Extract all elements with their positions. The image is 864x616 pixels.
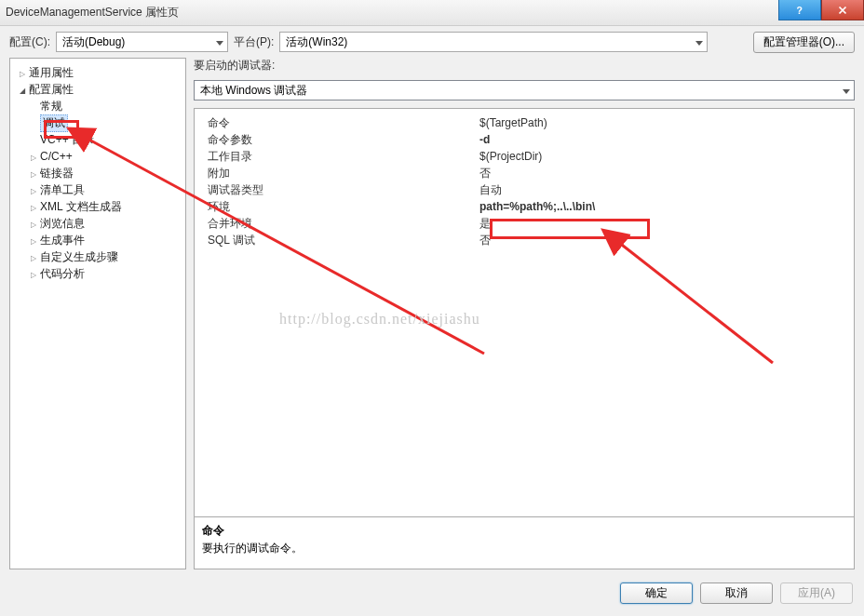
config-combo[interactable]: 活动(Debug)	[56, 32, 228, 52]
grid-value[interactable]: 否	[479, 233, 848, 248]
chevron-down-icon	[843, 84, 850, 97]
tree-item-label: 常规	[40, 99, 62, 114]
tree-item[interactable]: 代码分析	[12, 265, 183, 282]
tree-item-label: XML 文档生成器	[40, 199, 122, 215]
grid-row[interactable]: 命令$(TargetPath)	[200, 114, 848, 131]
apply-button: 应用(A)	[780, 583, 853, 604]
ok-button[interactable]: 确定	[620, 583, 693, 604]
tree-item[interactable]: 自定义生成步骤	[12, 248, 183, 265]
config-label: 配置(C):	[9, 34, 50, 50]
grid-value[interactable]: $(ProjectDir)	[479, 150, 848, 163]
tree-item[interactable]: 清单工具	[12, 181, 183, 198]
expand-right-icon[interactable]	[29, 183, 38, 196]
expand-right-icon[interactable]	[29, 200, 38, 213]
tree-item[interactable]: 链接器	[12, 165, 183, 181]
property-grid[interactable]: 命令$(TargetPath)命令参数-d工作目录$(ProjectDir)附加…	[194, 108, 855, 517]
tree-item[interactable]: 浏览信息	[12, 215, 183, 232]
grid-key: SQL 调试	[200, 233, 479, 248]
tree-item-label: 链接器	[40, 166, 74, 181]
tree-item-label: 浏览信息	[40, 216, 85, 232]
main-area: 通用属性配置属性常规调试VC++ 目录C/C++链接器清单工具XML 文档生成器…	[0, 58, 864, 575]
grid-value[interactable]: path=%path%;..\..\bin\	[479, 200, 848, 213]
tree-item[interactable]: C/C++	[12, 148, 183, 165]
description-title: 命令	[202, 523, 846, 539]
tree-item-label: C/C++	[40, 150, 73, 163]
expand-down-icon[interactable]	[18, 83, 27, 96]
tree-item[interactable]: 生成事件	[12, 232, 183, 248]
tree-item[interactable]: XML 文档生成器	[12, 198, 183, 215]
grid-value[interactable]: 自动	[479, 182, 848, 198]
grid-key: 环境	[200, 199, 479, 215]
grid-key: 调试器类型	[200, 182, 479, 198]
grid-row[interactable]: 命令参数-d	[200, 131, 848, 148]
debugger-section-label: 要启动的调试器:	[194, 58, 855, 76]
grid-key: 命令参数	[200, 132, 479, 148]
tree-item-label: 清单工具	[40, 182, 85, 198]
window-title: DeviceManagementService 属性页	[6, 5, 179, 20]
config-combo-value: 活动(Debug)	[62, 34, 125, 50]
grid-value[interactable]: 否	[479, 166, 848, 181]
grid-value[interactable]: 是	[479, 216, 848, 232]
svg-text:?: ?	[797, 4, 803, 15]
window-buttons: ?	[778, 0, 864, 20]
grid-key: 工作目录	[200, 149, 479, 165]
tree-item-label: VC++ 目录	[40, 132, 94, 148]
grid-key: 附加	[200, 166, 479, 181]
grid-value[interactable]: -d	[479, 133, 848, 146]
tree-item-label: 自定义生成步骤	[40, 249, 118, 265]
chevron-down-icon	[216, 35, 223, 48]
titlebar: DeviceManagementService 属性页 ?	[0, 0, 864, 26]
grid-key: 命令	[200, 115, 479, 131]
expand-right-icon[interactable]	[29, 167, 38, 180]
chevron-down-icon	[695, 35, 703, 48]
dialog-button-bar: 确定 取消 应用(A)	[0, 575, 864, 610]
tree-item-label: 调试	[40, 114, 68, 132]
platform-label: 平台(P):	[234, 34, 274, 50]
tree-item[interactable]: 通用属性	[12, 64, 183, 81]
debugger-combo-value: 本地 Windows 调试器	[200, 83, 307, 99]
debugger-combo[interactable]: 本地 Windows 调试器	[194, 80, 855, 100]
description-box: 命令 要执行的调试命令。	[194, 517, 855, 569]
cancel-button[interactable]: 取消	[700, 583, 773, 604]
tree-item[interactable]: 常规	[12, 98, 183, 114]
help-button[interactable]: ?	[778, 0, 821, 20]
grid-row[interactable]: 调试器类型自动	[200, 181, 848, 198]
expand-right-icon[interactable]	[29, 250, 38, 263]
tree-item[interactable]: VC++ 目录	[12, 131, 183, 148]
grid-row[interactable]: 环境path=%path%;..\..\bin\	[200, 198, 848, 215]
tree-panel[interactable]: 通用属性配置属性常规调试VC++ 目录C/C++链接器清单工具XML 文档生成器…	[9, 58, 186, 569]
tree-item[interactable]: 配置属性	[12, 81, 183, 98]
config-toolbar: 配置(C): 活动(Debug) 平台(P): 活动(Win32) 配置管理器(…	[0, 26, 864, 58]
platform-combo-value: 活动(Win32)	[286, 34, 347, 50]
grid-row[interactable]: 工作目录$(ProjectDir)	[200, 148, 848, 165]
grid-row[interactable]: 合并环境是	[200, 215, 848, 232]
tree-item-label: 配置属性	[29, 82, 74, 98]
tree-item[interactable]: 调试	[12, 114, 183, 131]
config-manager-button[interactable]: 配置管理器(O)...	[753, 32, 855, 53]
grid-row[interactable]: SQL 调试否	[200, 232, 848, 248]
platform-combo[interactable]: 活动(Win32)	[279, 32, 708, 52]
grid-key: 合并环境	[200, 216, 479, 232]
description-text: 要执行的调试命令。	[202, 541, 846, 556]
grid-row[interactable]: 附加否	[200, 165, 848, 181]
right-panel: 要启动的调试器: 本地 Windows 调试器 命令$(TargetPath)命…	[194, 58, 855, 569]
expand-right-icon[interactable]	[18, 66, 27, 79]
expand-right-icon[interactable]	[29, 234, 38, 247]
close-button[interactable]	[821, 0, 864, 20]
grid-value[interactable]: $(TargetPath)	[479, 116, 848, 129]
tree-item-label: 代码分析	[40, 266, 85, 282]
tree-item-label: 通用属性	[29, 65, 74, 81]
expand-right-icon[interactable]	[29, 150, 38, 163]
expand-right-icon[interactable]	[29, 267, 38, 280]
expand-right-icon[interactable]	[29, 217, 38, 230]
tree-item-label: 生成事件	[40, 233, 85, 248]
